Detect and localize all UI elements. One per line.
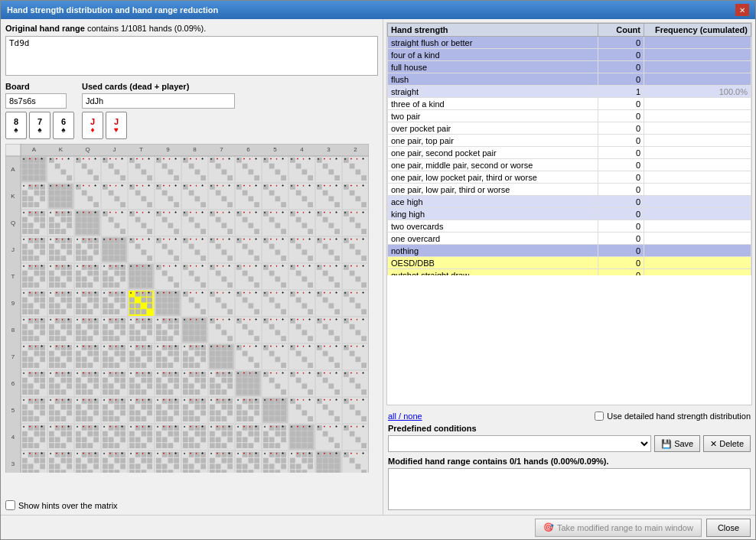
original-range-title: Original hand range: [5, 24, 85, 33]
hand-strength-cell: one pair, low pocket pair, third or wors…: [388, 171, 598, 184]
used-cards-label: Used cards (dead + player): [82, 82, 235, 91]
original-range-label: Original hand range contains 1/1081 hand…: [5, 24, 378, 33]
count-cell: 0: [598, 73, 644, 86]
all-none-link[interactable]: all / none: [388, 412, 422, 421]
close-button[interactable]: Close: [706, 519, 751, 537]
count-cell: 0: [598, 257, 644, 269]
detailed-distribution-label: Use detailed hand strength distribution: [607, 412, 751, 421]
window-close-button[interactable]: ✕: [735, 4, 749, 16]
delete-icon: ✕: [710, 439, 717, 449]
frequency-cell: [644, 269, 751, 276]
detailed-distribution-checkbox[interactable]: [595, 412, 604, 421]
hand-strength-cell: one overcard: [388, 233, 598, 245]
take-modified-button[interactable]: 🎯 Take modified range to main window: [535, 519, 702, 537]
predefined-select[interactable]: [388, 435, 651, 452]
count-cell: 0: [598, 184, 644, 196]
window-title: Hand strength distribution and hand rang…: [7, 5, 218, 15]
table-row[interactable]: two overcards0: [388, 220, 751, 233]
take-modified-icon: 🎯: [543, 522, 554, 532]
table-row[interactable]: one pair, second pocket pair0: [388, 147, 751, 159]
frequency-cell: [644, 49, 751, 61]
hand-strength-table-scroll[interactable]: Hand strength Count Frequency (cumulated…: [387, 23, 751, 275]
table-row[interactable]: straight flush or better0: [388, 37, 751, 49]
delete-button[interactable]: ✕ Delete: [703, 435, 751, 452]
save-label: Save: [674, 439, 693, 448]
col-hand-strength: Hand strength: [388, 24, 598, 37]
bottom-bar: 🎯 Take modified range to main window Clo…: [1, 515, 755, 539]
player-card-2: J ♥: [106, 112, 127, 139]
frequency-cell: [644, 233, 751, 245]
hand-strength-cell: two pair: [388, 110, 598, 122]
table-row[interactable]: over pocket pair0: [388, 122, 751, 135]
table-row[interactable]: nothing0: [388, 245, 751, 257]
table-row[interactable]: one pair, top pair0: [388, 135, 751, 147]
matrix-scroll[interactable]: [5, 144, 378, 473]
modified-range-contains: contains 0/1 hands (0.00%/0.09%).: [473, 457, 609, 466]
table-row[interactable]: ace high0: [388, 196, 751, 208]
board-card-visuals: 8 ♠ 7 ♠ 6 ♠: [5, 112, 74, 139]
main-content: Original hand range contains 1/1081 hand…: [1, 19, 755, 515]
hand-strength-cell: one pair, second pocket pair: [388, 147, 598, 159]
hand-strength-cell: one pair, middle pair, second or worse: [388, 159, 598, 171]
hand-strength-cell: full house: [388, 61, 598, 73]
frequency-cell: [644, 98, 751, 110]
table-row[interactable]: two pair0: [388, 110, 751, 122]
board-card-2: 7 ♠: [29, 112, 51, 139]
count-cell: 0: [598, 135, 644, 147]
hand-strength-body: straight flush or better0four of a kind0…: [388, 37, 751, 276]
count-cell: 0: [598, 37, 644, 49]
count-cell: 0: [598, 122, 644, 135]
table-header: Hand strength Count Frequency (cumulated…: [388, 24, 751, 37]
save-button[interactable]: 💾 Save: [654, 435, 700, 452]
hand-strength-cell: three of a kind: [388, 98, 598, 110]
frequency-cell: [644, 171, 751, 184]
board-right: Used cards (dead + player) J ♦ J ♥: [82, 82, 235, 139]
used-cards-input[interactable]: [82, 93, 235, 109]
frequency-cell: [644, 196, 751, 208]
board-input[interactable]: [5, 93, 67, 109]
hand-strength-cell: one pair, top pair: [388, 135, 598, 147]
table-row[interactable]: full house0: [388, 61, 751, 73]
table-row[interactable]: flush0: [388, 73, 751, 86]
hand-strength-cell: two overcards: [388, 220, 598, 233]
count-cell: 0: [598, 208, 644, 220]
frequency-cell: [644, 110, 751, 122]
right-bottom-controls: all / none Use detailed hand strength di…: [383, 408, 755, 515]
count-cell: 0: [598, 98, 644, 110]
board-section: Board 8 ♠ 7 ♠ 6 ♠: [5, 82, 378, 139]
table-row[interactable]: four of a kind0: [388, 49, 751, 61]
modified-range-textarea[interactable]: [388, 468, 751, 510]
frequency-cell: [644, 257, 751, 269]
left-panel: Original hand range contains 1/1081 hand…: [1, 19, 383, 515]
frequency-cell: [644, 159, 751, 171]
table-row[interactable]: OESD/DBB0: [388, 257, 751, 269]
show-hints-checkbox[interactable]: [5, 500, 15, 510]
frequency-cell: [644, 220, 751, 233]
table-row[interactable]: one pair, low pair, third or worse0: [388, 184, 751, 196]
frequency-cell: [644, 208, 751, 220]
frequency-cell: [644, 184, 751, 196]
hand-range-input[interactable]: Td9d: [5, 36, 378, 76]
player-card-visuals: J ♦ J ♥: [82, 112, 235, 139]
matrix-container: [5, 144, 378, 497]
board-card-1: 8 ♠: [5, 112, 27, 139]
table-row[interactable]: one pair, low pocket pair, third or wors…: [388, 171, 751, 184]
table-row[interactable]: one overcard0: [388, 233, 751, 245]
predefined-label: Predefined conditions: [388, 424, 751, 433]
table-row[interactable]: one pair, middle pair, second or worse0: [388, 159, 751, 171]
hand-strength-cell: OESD/DBB: [388, 257, 598, 269]
table-row[interactable]: three of a kind0: [388, 98, 751, 110]
hand-strength-cell: straight flush or better: [388, 37, 598, 49]
save-icon: 💾: [661, 439, 672, 449]
count-cell: 0: [598, 245, 644, 257]
hand-matrix-canvas[interactable]: [5, 144, 369, 473]
hand-strength-cell: flush: [388, 73, 598, 86]
table-row[interactable]: straight1100.0%: [388, 86, 751, 98]
col-count: Count: [598, 24, 644, 37]
count-cell: 0: [598, 233, 644, 245]
table-row[interactable]: gutshot straight draw0: [388, 269, 751, 276]
frequency-cell: 100.0%: [644, 86, 751, 98]
frequency-cell: [644, 245, 751, 257]
show-hints-row: Show hints over the matrix: [5, 500, 378, 510]
table-row[interactable]: king high0: [388, 208, 751, 220]
